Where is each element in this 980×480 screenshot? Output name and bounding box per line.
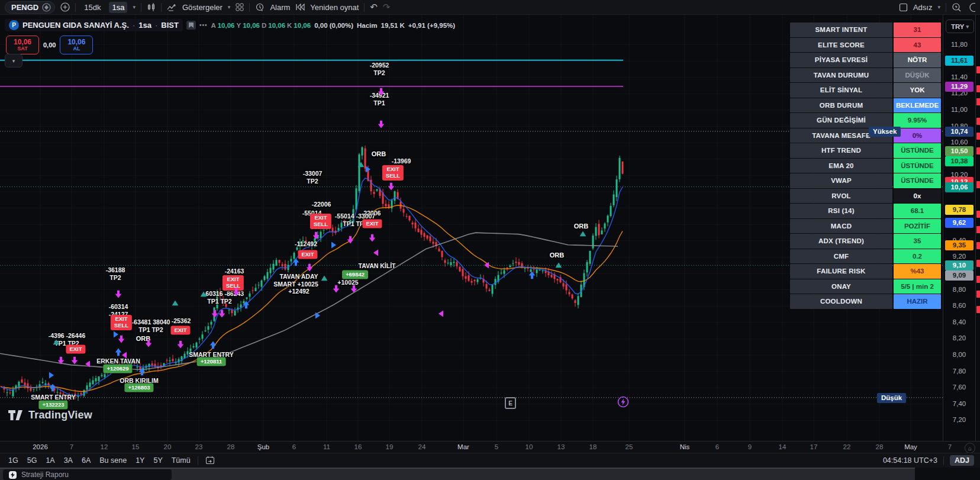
alert-mark [976, 147, 980, 154]
tradingview-logo-text: TradingView [28, 409, 92, 421]
quick-search-icon[interactable] [952, 2, 962, 12]
panel-row-value: %43 [894, 264, 941, 279]
panel-row-label: MACD [790, 219, 892, 234]
panel-row: CMF0.2 [790, 249, 941, 264]
panel-row-label: SMART INTENT [790, 22, 892, 37]
alarm-icon[interactable] [255, 2, 265, 12]
price-axis-label: 8,40 [945, 318, 973, 326]
layout-icon[interactable] [899, 3, 908, 12]
ohlc-key: A [211, 22, 215, 29]
price-axis-label: 7,80 [945, 368, 973, 375]
replay-icon[interactable] [295, 4, 305, 11]
alert-mark [976, 118, 980, 125]
price-axis-label: 11,61 [945, 56, 973, 66]
buy-button[interactable]: 10,06 AL [60, 36, 93, 54]
indicators-button[interactable]: Göstergeler [182, 3, 223, 12]
separator: · [133, 21, 135, 30]
range-button[interactable]: Bu sene [99, 456, 127, 465]
indicator-templates-icon[interactable] [236, 3, 244, 11]
range-button[interactable]: 5G [27, 456, 37, 465]
redo-icon[interactable]: ↷ [383, 2, 391, 12]
interval-15m-button[interactable]: 15dk [81, 2, 104, 13]
symbol-title-group[interactable]: P PENGUEN GIDA SANAYİ A.Ş. · 1sa · BIST [5, 19, 183, 31]
panel-row-value: HAZIR [894, 294, 941, 309]
earnings-badge[interactable]: E [505, 397, 516, 409]
alert-mark [976, 98, 980, 105]
adjusted-data-toggle[interactable]: ADJ [950, 455, 974, 466]
time-axis-tick: 19 [386, 443, 394, 450]
layout-name-button[interactable]: Adsız [913, 3, 933, 12]
tradingview-logo[interactable]: TradingView [8, 409, 92, 421]
buy-price: 10,06 [67, 38, 85, 46]
panel-row: FAILURE RISK%43 [790, 264, 941, 279]
layout-dropdown-icon[interactable]: ▾ [937, 4, 940, 10]
price-axis-label: 7,40 [945, 400, 973, 407]
time-axis[interactable]: ⌂ 202671215202328Şub611161924Mar51013182… [0, 441, 980, 453]
date-range-buttons: 1G5G1A3A6ABu sene1Y5YTümü [6, 456, 191, 465]
price-axis-label: 7,20 [945, 416, 973, 423]
collapse-panel-button[interactable]: ▾ [5, 54, 22, 67]
panel-row-value: BEKLEMEDE [894, 98, 941, 113]
divider [946, 3, 946, 12]
time-axis-tick: 17 [810, 443, 818, 450]
symbol-logo: P [9, 20, 19, 30]
alert-mark [976, 291, 980, 298]
alarm-button[interactable]: Alarm [270, 3, 290, 12]
chart-style-icon[interactable] [147, 2, 156, 12]
ohlc-value: 10,06 [218, 22, 235, 29]
range-button[interactable]: 1A [46, 456, 54, 465]
range-button[interactable]: 1G [8, 456, 18, 465]
goto-date-icon[interactable] [205, 456, 215, 465]
day-change: +0,91 (+9,95%) [408, 22, 455, 29]
alert-mark [976, 226, 980, 233]
clock[interactable]: 04:54:18 UTC+3 [883, 456, 937, 465]
undo-icon[interactable]: ↶ [370, 2, 378, 12]
alert-mark [976, 211, 980, 218]
alert-mark [976, 276, 980, 283]
divider [141, 3, 141, 12]
panel-row-label: ONAY [790, 279, 892, 294]
range-button[interactable]: 5Y [153, 456, 162, 465]
panel-row: RVOL0x [790, 189, 941, 204]
price-axis[interactable]: TRY ▾ 11,8011,4011,2011,0010,8010,6010,2… [943, 15, 976, 441]
interval-1h-button[interactable]: 1sa [109, 2, 127, 13]
compare-add-icon[interactable] [60, 2, 70, 12]
sell-price: 10,06 [14, 38, 31, 46]
panel-row-value: 5/5 | min 2 [894, 279, 941, 294]
time-axis-tick: 11 [323, 443, 330, 450]
time-axis-tick: 7 [948, 443, 952, 450]
indicators-dropdown-icon[interactable]: ▾ [228, 4, 231, 10]
publish-icon[interactable] [967, 2, 975, 12]
currency-toggle-button[interactable]: TRY ▾ [946, 20, 974, 33]
range-button[interactable]: 3A [64, 456, 73, 465]
flag-icon[interactable] [186, 21, 196, 30]
strategy-report-tab[interactable]: Strateji Raporu [3, 469, 172, 480]
boost-icon[interactable] [617, 396, 629, 408]
range-button[interactable]: 6A [82, 456, 91, 465]
indicators-icon[interactable] [167, 3, 177, 12]
panel-row-label: PİYASA EVRESİ [790, 53, 892, 67]
time-axis-tick: 20 [164, 443, 172, 450]
interval-dropdown-icon[interactable]: ▾ [133, 4, 136, 10]
range-button[interactable]: Tümü [172, 456, 191, 465]
price-axis-label: 9,78 [945, 205, 973, 215]
more-options-button[interactable]: ••• [199, 22, 208, 28]
alert-mark [976, 85, 980, 92]
time-axis-tick: 22 [843, 443, 851, 450]
scroll-home-icon[interactable]: ⌂ [965, 443, 975, 453]
time-axis-tick: 14 [779, 443, 786, 450]
panel-row-label: ELITE SCORE [790, 38, 892, 53]
alert-mark [976, 66, 980, 73]
alert-mark [976, 260, 980, 267]
time-axis-tick: May [904, 443, 917, 450]
symbol-title: PENGUEN GIDA SANAYİ A.Ş. [22, 21, 129, 30]
replay-button[interactable]: Yeniden oynat [310, 3, 359, 12]
panel-row-value: ÜSTÜNDE [894, 159, 941, 173]
panel-row-label: ORB DURUM [790, 98, 892, 113]
alert-mark [976, 181, 980, 188]
sell-button[interactable]: 10,06 SAT [6, 36, 39, 54]
range-button[interactable]: 1Y [136, 456, 144, 465]
strategy-panel: SMART INTENT31ELITE SCORE43PİYASA EVRESİ… [790, 22, 941, 309]
symbol-search-button[interactable]: PENGD [5, 1, 55, 14]
alert-mark [976, 306, 980, 313]
